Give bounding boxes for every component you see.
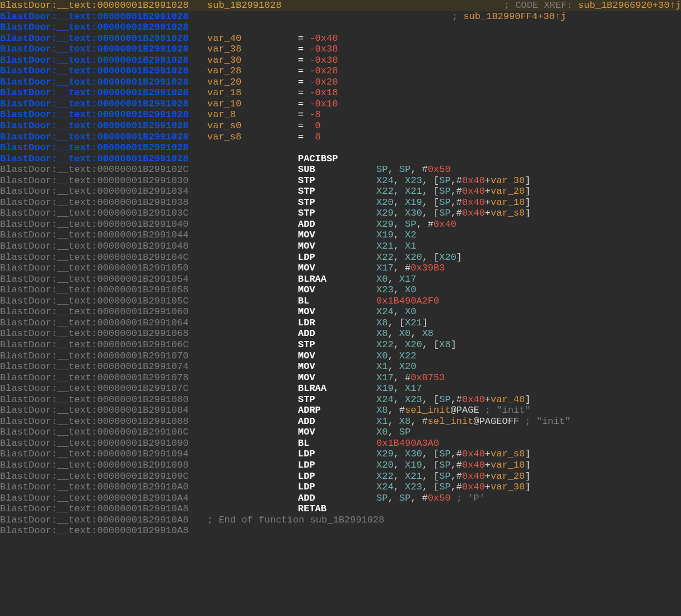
- stack-var-name[interactable]: var_28: [207, 66, 298, 77]
- disasm-line[interactable]: BlastDoor:__text:00000001B2991028PACIBSP: [0, 153, 681, 165]
- disasm-line[interactable]: BlastDoor:__text:00000001B299107CBLRAAX1…: [0, 383, 681, 394]
- register[interactable]: X0: [405, 306, 416, 317]
- register[interactable]: X29: [376, 219, 394, 230]
- register[interactable]: X22: [399, 351, 417, 361]
- register[interactable]: SP: [376, 164, 388, 175]
- register[interactable]: X22: [376, 186, 394, 197]
- selector-ref[interactable]: sel_init: [405, 405, 451, 416]
- register[interactable]: X8: [399, 416, 411, 427]
- register[interactable]: X8: [439, 339, 450, 350]
- stack-var-name[interactable]: var_8: [207, 109, 298, 120]
- disasm-line[interactable]: BlastDoor:__text:00000001B2991044MOVX19,…: [0, 230, 681, 241]
- disasm-line[interactable]: BlastDoor:__text:00000001B2991028var_38=…: [0, 44, 681, 55]
- disasm-line[interactable]: BlastDoor:__text:00000001B2991078MOVX17,…: [0, 372, 681, 384]
- stack-var-name[interactable]: var_10: [207, 99, 298, 110]
- disasm-line[interactable]: BlastDoor:__text:00000001B299109CLDPX22,…: [0, 471, 681, 482]
- register[interactable]: X24: [376, 306, 394, 317]
- branch-target[interactable]: 0x1B490A2F0: [376, 296, 439, 306]
- register[interactable]: X19: [405, 197, 422, 208]
- disasm-line[interactable]: BlastDoor:__text:00000001B2991090BL0x1B4…: [0, 438, 681, 449]
- register[interactable]: X17: [405, 383, 422, 394]
- disasm-line[interactable]: BlastDoor:__text:00000001B29910A8; End o…: [0, 515, 681, 526]
- register[interactable]: X17: [376, 372, 394, 383]
- disasm-line[interactable]: BlastDoor:__text:00000001B29910A8: [0, 525, 681, 536]
- register[interactable]: X1: [405, 241, 416, 251]
- disasm-line[interactable]: BlastDoor:__text:00000001B29910A4ADDSP, …: [0, 493, 681, 504]
- stack-var-name[interactable]: var_30: [207, 55, 298, 66]
- register[interactable]: X29: [376, 449, 394, 459]
- disasm-line[interactable]: BlastDoor:__text:00000001B2991048MOVX21,…: [0, 241, 681, 252]
- disasm-line[interactable]: BlastDoor:__text:00000001B2991028var_s0=…: [0, 120, 681, 132]
- register[interactable]: SP: [439, 394, 450, 405]
- disasm-line[interactable]: BlastDoor:__text:00000001B29910A8RETAB: [0, 503, 681, 515]
- disasm-line[interactable]: BlastDoor:__text:00000001B299103CSTPX29,…: [0, 208, 681, 219]
- selector-ref[interactable]: sel_init: [428, 416, 474, 427]
- register[interactable]: X0: [376, 351, 388, 361]
- register[interactable]: X24: [376, 175, 394, 186]
- register[interactable]: SP: [439, 197, 450, 208]
- disasm-line[interactable]: BlastDoor:__text:00000001B2991028var_40=…: [0, 33, 681, 44]
- disasm-line[interactable]: BlastDoor:__text:00000001B2991028var_s8=…: [0, 132, 681, 143]
- stack-var-name[interactable]: var_18: [207, 87, 298, 99]
- disasm-line[interactable]: BlastDoor:__text:00000001B2991038STPX20,…: [0, 197, 681, 208]
- disasm-line[interactable]: BlastDoor:__text:00000001B2991028var_8= …: [0, 109, 681, 120]
- stack-var-ref[interactable]: var_10: [491, 460, 525, 470]
- disasm-line[interactable]: BlastDoor:__text:00000001B299104CLDPX22,…: [0, 252, 681, 263]
- disasm-line[interactable]: BlastDoor:__text:00000001B2991064LDRX8, …: [0, 318, 681, 329]
- register[interactable]: X20: [399, 361, 417, 372]
- register[interactable]: X8: [376, 328, 388, 339]
- disasm-line[interactable]: BlastDoor:__text:00000001B2991098LDPX20,…: [0, 460, 681, 471]
- stack-var-name[interactable]: var_20: [207, 77, 298, 88]
- register[interactable]: X21: [405, 186, 422, 197]
- register[interactable]: X20: [405, 339, 422, 350]
- register[interactable]: SP: [439, 471, 450, 482]
- disasm-line[interactable]: BlastDoor:__text:00000001B2991028var_10=…: [0, 99, 681, 110]
- register[interactable]: X8: [376, 405, 388, 416]
- subroutine-name[interactable]: sub_1B2991028: [207, 0, 282, 11]
- stack-var-ref[interactable]: var_s0: [491, 449, 525, 459]
- register[interactable]: SP: [376, 493, 388, 503]
- register[interactable]: X30: [405, 208, 422, 218]
- register[interactable]: SP: [439, 460, 450, 470]
- register[interactable]: X23: [405, 175, 422, 186]
- register[interactable]: X21: [376, 241, 394, 251]
- disasm-line[interactable]: BlastDoor:__text:00000001B2991058MOVX23,…: [0, 284, 681, 296]
- disasm-line[interactable]: BlastDoor:__text:00000001B2991030STPX24,…: [0, 175, 681, 186]
- disasm-line[interactable]: BlastDoor:__text:00000001B29910A0LDPX24,…: [0, 482, 681, 493]
- register[interactable]: SP: [439, 482, 450, 492]
- register[interactable]: X20: [405, 252, 422, 263]
- disasm-line[interactable]: BlastDoor:__text:00000001B2991028: [0, 22, 681, 33]
- register[interactable]: SP: [399, 164, 411, 175]
- register[interactable]: X24: [376, 482, 394, 492]
- register[interactable]: X17: [376, 263, 394, 273]
- register[interactable]: SP: [405, 219, 416, 230]
- register[interactable]: X17: [399, 274, 417, 284]
- disasm-line[interactable]: BlastDoor:__text:00000001B2991028var_28=…: [0, 66, 681, 77]
- disasm-line[interactable]: BlastDoor:__text:00000001B299105CBL0x1B4…: [0, 296, 681, 307]
- disasm-line[interactable]: BlastDoor:__text:00000001B299102CSUBSP, …: [0, 164, 681, 175]
- xref-link[interactable]: sub_1B2990FF4+30↑j: [463, 11, 566, 22]
- stack-var-name[interactable]: var_38: [207, 44, 298, 55]
- register[interactable]: X23: [376, 284, 394, 295]
- disasm-line[interactable]: BlastDoor:__text:00000001B2991054BLRAAX0…: [0, 274, 681, 285]
- register[interactable]: SP: [439, 449, 450, 459]
- disasm-line[interactable]: BlastDoor:__text:00000001B2991028var_30=…: [0, 55, 681, 66]
- register[interactable]: X23: [405, 482, 422, 492]
- stack-var-ref[interactable]: var_30: [491, 482, 525, 492]
- register[interactable]: SP: [439, 208, 450, 218]
- register[interactable]: X22: [376, 471, 394, 482]
- stack-var-ref[interactable]: var_20: [491, 471, 525, 482]
- register[interactable]: X22: [376, 252, 394, 263]
- register[interactable]: SP: [439, 186, 450, 197]
- disasm-line[interactable]: BlastDoor:__text:00000001B299108CMOVX0, …: [0, 427, 681, 438]
- register[interactable]: X1: [376, 361, 388, 372]
- disasm-line[interactable]: BlastDoor:__text:00000001B2991028var_18=…: [0, 87, 681, 99]
- register[interactable]: X19: [376, 230, 394, 240]
- disasm-line[interactable]: BlastDoor:__text:00000001B2991068ADDX8, …: [0, 328, 681, 339]
- register[interactable]: X2: [405, 230, 416, 240]
- stack-var-ref[interactable]: var_40: [491, 394, 525, 405]
- disasm-line[interactable]: BlastDoor:__text:00000001B2991028; sub_1…: [0, 11, 681, 22]
- register[interactable]: X23: [405, 394, 422, 405]
- disasm-line[interactable]: BlastDoor:__text:00000001B2991050MOVX17,…: [0, 263, 681, 274]
- stack-var-ref[interactable]: var_20: [491, 186, 525, 197]
